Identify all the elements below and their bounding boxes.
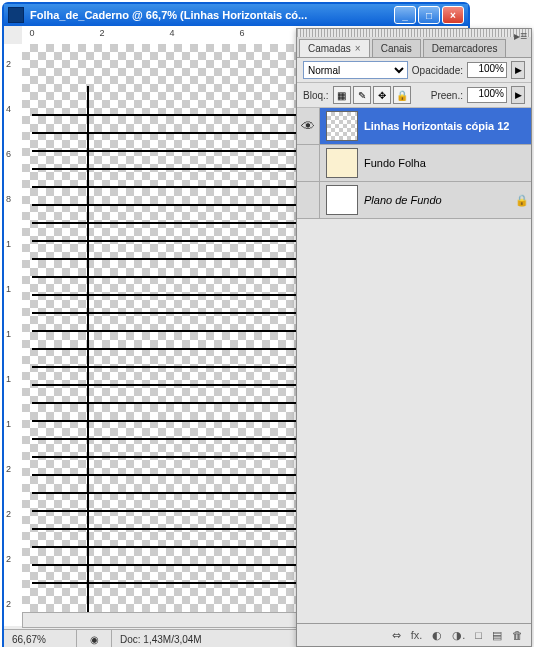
adjustment-layer-icon[interactable]: ◑. xyxy=(452,629,465,642)
fill-label: Preen.: xyxy=(431,90,463,101)
maximize-button[interactable]: □ xyxy=(418,6,440,24)
tab-paths[interactable]: Demarcadores xyxy=(423,39,507,57)
layer-name[interactable]: Fundo Folha xyxy=(364,157,531,169)
tab-layers[interactable]: Camadas× xyxy=(299,39,370,57)
link-layers-icon[interactable]: ⇔ xyxy=(392,629,401,642)
layer-thumbnail[interactable] xyxy=(326,111,358,141)
layer-name[interactable]: Plano de Fundo xyxy=(364,194,515,206)
blend-opacity-row: Normal Opacidade: 100% ▶ xyxy=(297,58,531,83)
layer-row[interactable]: Fundo Folha xyxy=(297,145,531,182)
tab-close-icon[interactable]: × xyxy=(355,43,361,54)
close-button[interactable]: × xyxy=(442,6,464,24)
globe-icon[interactable]: ◉ xyxy=(77,630,112,647)
visibility-toggle[interactable] xyxy=(297,182,320,218)
layer-row[interactable]: 👁 Linhas Horizontais cópia 12 xyxy=(297,108,531,145)
lock-label: Bloq.: xyxy=(303,90,329,101)
lock-transparency-icon[interactable]: ▦ xyxy=(333,86,351,104)
panel-grip[interactable] xyxy=(297,29,531,37)
opacity-label: Opacidade: xyxy=(412,65,463,76)
fill-value[interactable]: 100% xyxy=(467,87,507,103)
layers-panel: ▸≡ Camadas× Canais Demarcadores Normal O… xyxy=(296,28,532,647)
panel-tabs: Camadas× Canais Demarcadores xyxy=(297,37,531,58)
lock-icons: ▦ ✎ ✥ 🔒 xyxy=(333,86,411,104)
layer-thumbnail[interactable] xyxy=(326,185,358,215)
lock-fill-row: Bloq.: ▦ ✎ ✥ 🔒 Preen.: 100% ▶ xyxy=(297,83,531,108)
layer-thumbnail[interactable] xyxy=(326,148,358,178)
visibility-toggle[interactable]: 👁 xyxy=(297,108,320,144)
lock-icon: 🔒 xyxy=(515,194,531,207)
titlebar[interactable]: Folha_de_Caderno @ 66,7% (Linhas Horizon… xyxy=(4,4,468,26)
fill-arrow[interactable]: ▶ xyxy=(511,86,525,104)
opacity-arrow[interactable]: ▶ xyxy=(511,61,525,79)
panel-menu-icon[interactable]: ▸≡ xyxy=(514,29,527,43)
ruler-vertical[interactable]: 2 4 6 8 1 1 1 1 1 2 2 2 2 xyxy=(4,44,23,626)
visibility-toggle[interactable] xyxy=(297,145,320,181)
layer-fx-icon[interactable]: fx. xyxy=(411,629,423,641)
lock-pixels-icon[interactable]: ✎ xyxy=(353,86,371,104)
vertical-margin-line xyxy=(87,86,89,626)
blend-mode-select[interactable]: Normal xyxy=(303,61,408,79)
lock-position-icon[interactable]: ✥ xyxy=(373,86,391,104)
zoom-level[interactable]: 66,67% xyxy=(4,630,77,647)
minimize-button[interactable]: _ xyxy=(394,6,416,24)
layer-row[interactable]: Plano de Fundo 🔒 xyxy=(297,182,531,219)
opacity-value[interactable]: 100% xyxy=(467,62,507,78)
tab-channels[interactable]: Canais xyxy=(372,39,421,57)
group-icon[interactable]: □ xyxy=(475,629,482,641)
delete-layer-icon[interactable]: 🗑 xyxy=(512,629,523,641)
lock-all-icon[interactable]: 🔒 xyxy=(393,86,411,104)
layer-list: 👁 Linhas Horizontais cópia 12 Fundo Folh… xyxy=(297,108,531,219)
window-title: Folha_de_Caderno @ 66,7% (Linhas Horizon… xyxy=(30,9,392,21)
layer-mask-icon[interactable]: ◐ xyxy=(432,629,442,642)
layer-name[interactable]: Linhas Horizontais cópia 12 xyxy=(364,120,531,132)
new-layer-icon[interactable]: ▤ xyxy=(492,629,502,642)
app-icon xyxy=(8,7,24,23)
panel-footer: ⇔ fx. ◐ ◑. □ ▤ 🗑 xyxy=(297,623,531,646)
